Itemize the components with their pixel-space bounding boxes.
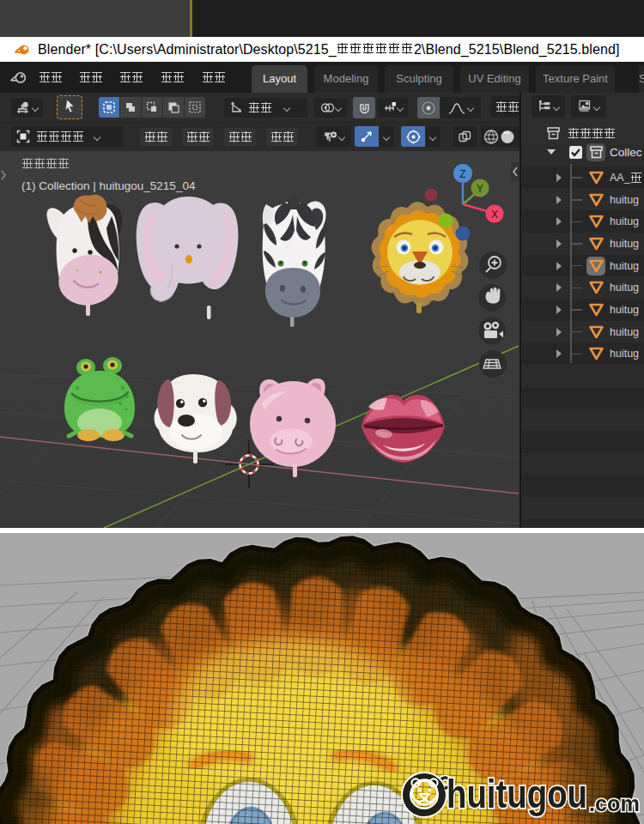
svg-text:X: X <box>491 209 498 221</box>
svg-text:Z: Z <box>459 168 465 180</box>
svg-text:Y: Y <box>477 183 483 195</box>
svg-text:.com: .com <box>589 791 640 815</box>
svg-text:huitugou: huitugou <box>447 771 587 816</box>
